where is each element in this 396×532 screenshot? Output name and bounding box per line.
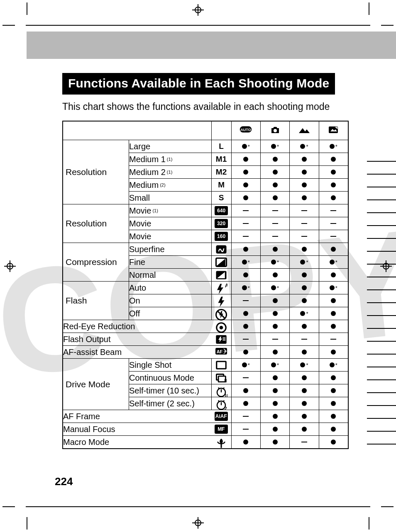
page-title: Functions Available in Each Shooting Mod…	[62, 73, 335, 95]
table-row: ResolutionMovie (1)640	[63, 204, 348, 217]
superfine-icon	[215, 244, 227, 254]
svg-rect-18	[217, 362, 226, 369]
svg-rect-20	[218, 376, 225, 382]
flash-auto-icon: A	[215, 283, 227, 293]
macro-icon	[215, 437, 227, 447]
trim-line	[26, 25, 370, 26]
svg-text:10: 10	[225, 394, 228, 398]
mode-col-manual	[260, 121, 289, 140]
registration-mark-icon	[192, 4, 204, 16]
edge-ticks	[367, 161, 396, 453]
registration-mark-icon	[192, 517, 204, 529]
landscape-icon	[298, 125, 310, 135]
svg-rect-15	[222, 340, 225, 340]
table-row: Red-Eye Reduction	[63, 320, 348, 333]
table-row: Macro Mode	[63, 436, 348, 449]
crop-mark-icon	[359, 2, 379, 22]
svg-text:2: 2	[225, 406, 227, 411]
table-row: Drive ModeSingle Shot****	[63, 359, 348, 372]
svg-point-3	[274, 129, 277, 132]
flash-off-icon	[215, 309, 227, 318]
svg-rect-5	[216, 245, 227, 254]
crop-mark-icon	[359, 510, 379, 530]
table-row: CompressionSuperfine	[63, 243, 348, 256]
page-number: 224	[55, 475, 73, 488]
mode-col-auto: AUTO	[231, 121, 260, 140]
flash-on-icon	[215, 296, 227, 306]
camera-m-icon	[269, 125, 281, 135]
table-row: ResolutionLargeL****	[63, 140, 348, 153]
af-assist-icon: AF	[215, 347, 227, 357]
svg-point-12	[219, 326, 223, 330]
mode-col-landscape	[290, 121, 319, 140]
mode-col-stitch	[319, 121, 348, 140]
table-row: Manual FocusMF	[63, 423, 348, 436]
redeye-icon	[215, 321, 227, 331]
selftimer2-icon: 2	[215, 398, 227, 408]
table-row: FlashAutoA***	[63, 282, 348, 294]
header-band	[27, 32, 396, 59]
flash-output-icon	[215, 334, 227, 344]
auto-icon: AUTO	[240, 126, 252, 136]
svg-rect-14	[222, 338, 225, 338]
functions-table: AUTO	[62, 121, 349, 449]
table-row: Flash Output	[63, 333, 348, 346]
svg-text:AUTO: AUTO	[241, 128, 251, 132]
normal-icon	[215, 270, 227, 280]
svg-text:AF: AF	[216, 349, 222, 354]
continuous-icon	[215, 373, 227, 383]
svg-rect-21	[225, 379, 227, 382]
registration-mark-icon	[4, 260, 16, 272]
table-row: AF FrameAiAF	[63, 410, 348, 423]
selftimer10-icon: 10	[215, 386, 227, 396]
table-row: AF-assist BeamAF	[63, 346, 348, 359]
crop-mark-icon	[17, 510, 37, 530]
fine-icon	[215, 257, 227, 267]
crop-mark-icon	[17, 2, 37, 22]
svg-text:A: A	[225, 283, 227, 289]
page: COPY Functions Available in Each Shootin…	[0, 0, 396, 532]
stitch-icon	[327, 125, 340, 135]
trim-line	[26, 506, 370, 507]
single-shot-icon	[215, 360, 227, 370]
intro-text: This chart shows the functions available…	[62, 100, 336, 113]
